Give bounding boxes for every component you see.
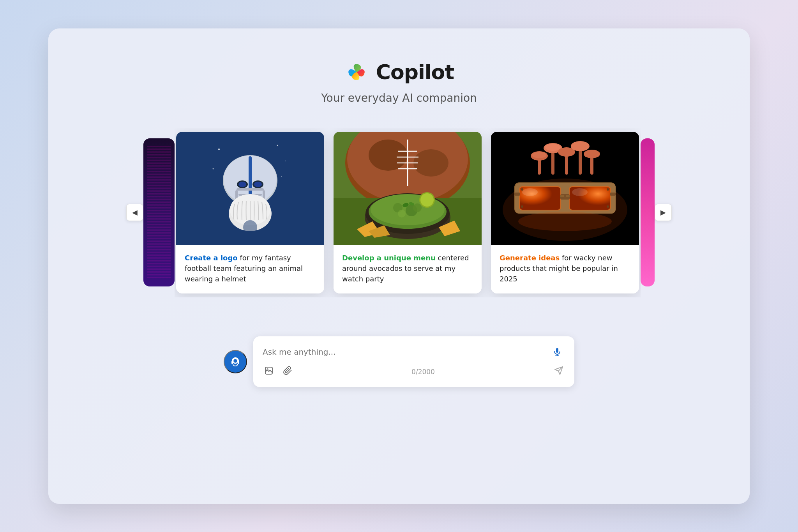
svg-rect-70	[566, 195, 570, 197]
input-top	[263, 344, 565, 360]
main-window: Copilot Your everyday AI companion ◀	[48, 28, 750, 504]
assistant-avatar[interactable]	[224, 350, 247, 373]
card-avocado-body: Develop a unique menu centered around av…	[334, 245, 482, 293]
svg-point-41	[420, 193, 434, 207]
input-tools	[263, 364, 294, 379]
svg-point-58	[532, 152, 546, 158]
svg-point-15	[254, 182, 262, 187]
char-count: 0/2000	[411, 368, 435, 376]
send-icon	[554, 366, 563, 375]
svg-rect-80	[238, 361, 239, 364]
card-fantasy-logo[interactable]: Create a logo for my fantasy football te…	[176, 132, 324, 293]
svg-point-59	[545, 144, 561, 151]
headset-icon	[229, 355, 242, 368]
svg-point-22	[369, 140, 408, 171]
chat-input[interactable]	[263, 347, 549, 357]
svg-point-74	[607, 188, 609, 191]
svg-point-57	[584, 150, 600, 158]
svg-point-76	[607, 205, 609, 208]
svg-point-75	[521, 205, 523, 208]
cards-track: Create a logo for my fantasy football te…	[175, 128, 641, 297]
svg-point-78	[233, 359, 238, 363]
svg-point-2	[285, 161, 286, 161]
card-fantasy-logo-text: Create a logo for my fantasy football te…	[185, 253, 316, 284]
svg-point-18	[243, 220, 257, 234]
card-fantasy-logo-body: Create a logo for my fantasy football te…	[176, 245, 324, 293]
svg-point-56	[571, 141, 590, 151]
svg-point-23	[413, 149, 448, 177]
card2-highlight: Develop a unique menu	[342, 254, 436, 262]
svg-rect-72	[610, 193, 616, 196]
card-wacky-products[interactable]: Generate ideas for wacky new products th…	[491, 132, 639, 293]
attach-button[interactable]	[281, 364, 294, 379]
svg-point-14	[238, 182, 246, 187]
input-bottom: 0/2000	[263, 364, 565, 379]
svg-point-3	[213, 168, 214, 169]
send-button[interactable]	[553, 364, 565, 379]
app-subtitle: Your everyday AI companion	[321, 92, 477, 104]
peek-card-left	[143, 138, 175, 286]
app-title: Copilot	[376, 60, 454, 84]
card-avocado-menu[interactable]: Develop a unique menu centered around av…	[334, 132, 482, 293]
logo-row: Copilot	[344, 60, 454, 85]
microphone-icon	[553, 347, 562, 357]
svg-point-0	[218, 148, 220, 150]
card-fantasy-logo-image	[176, 132, 324, 245]
svg-rect-81	[556, 348, 558, 353]
svg-rect-71	[514, 193, 520, 196]
copilot-logo-icon	[344, 60, 369, 85]
svg-rect-8	[237, 188, 264, 191]
svg-point-77	[518, 212, 612, 231]
card-wacky-image	[491, 132, 639, 245]
svg-rect-69	[560, 195, 564, 197]
input-box: 0/2000	[253, 336, 574, 387]
card-wacky-text: Generate ideas for wacky new products th…	[500, 253, 630, 284]
attach-icon	[283, 366, 292, 375]
peek-card-right	[641, 138, 655, 286]
prev-button[interactable]: ◀	[126, 204, 143, 221]
svg-point-1	[277, 145, 278, 146]
svg-point-66	[522, 188, 538, 196]
image-search-button[interactable]	[263, 364, 275, 379]
header: Copilot Your everyday AI companion	[321, 60, 477, 104]
input-section: 0/2000	[224, 336, 574, 387]
card1-highlight: Create a logo	[185, 254, 238, 262]
svg-point-36	[398, 210, 406, 217]
cards-container: ◀	[126, 128, 672, 297]
card-avocado-text: Develop a unique menu centered around av…	[342, 253, 473, 284]
svg-rect-79	[231, 361, 233, 364]
svg-point-67	[572, 188, 588, 196]
svg-point-37	[413, 203, 422, 212]
input-row: 0/2000	[224, 336, 574, 387]
image-search-icon	[264, 366, 274, 375]
microphone-button[interactable]	[549, 344, 565, 360]
svg-point-73	[521, 188, 523, 191]
card3-highlight: Generate ideas	[500, 254, 560, 262]
next-button[interactable]: ▶	[655, 204, 672, 221]
svg-point-4	[281, 176, 282, 177]
card-wacky-body: Generate ideas for wacky new products th…	[491, 245, 639, 293]
card-avocado-image	[334, 132, 482, 245]
